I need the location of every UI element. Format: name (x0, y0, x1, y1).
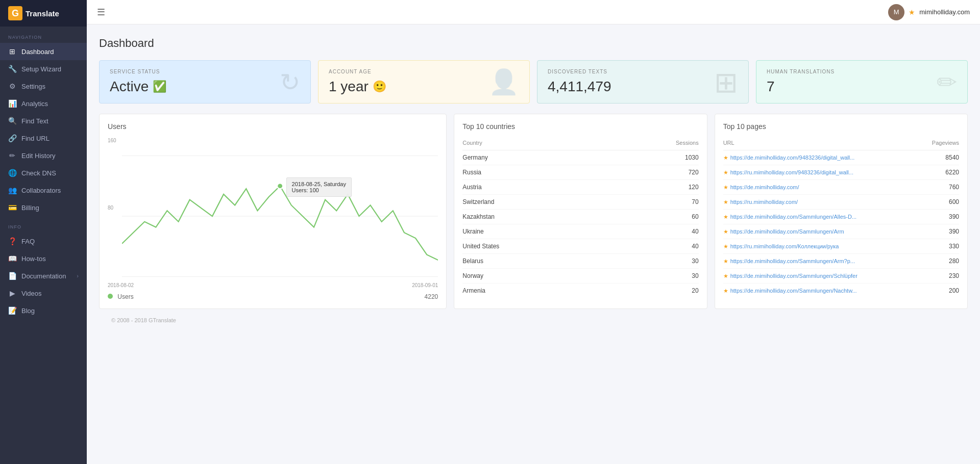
stat-value-human-translations: 7 (767, 79, 957, 95)
sessions-value: 30 (608, 269, 699, 283)
table-row: ★https://de.mimiholliday.com/Sammlungen/… (723, 254, 959, 269)
tooltip-value: Users: 100 (292, 187, 346, 193)
stat-label-discovered-texts: DISCOVERED TEXTS (548, 69, 738, 74)
country-name: Belarus (462, 254, 608, 269)
star-icon: ★ (723, 228, 728, 235)
collaborators-icon: 👥 (8, 186, 16, 194)
col-header-country: Country (462, 138, 608, 150)
col-header-pageviews: Pageviews (919, 138, 959, 150)
table-row: ★https://de.mimiholliday.com/Sammlungen/… (723, 283, 959, 298)
nav-item-videos[interactable]: ▶ Videos (0, 285, 87, 302)
page-url: ★https://de.mimiholliday.com/Sammlungen/… (723, 224, 920, 239)
check-dns-icon: 🌐 (8, 169, 16, 177)
nav-section-label: NAVIGATION (0, 27, 87, 43)
legend-value: 4220 (425, 293, 438, 300)
url-link[interactable]: https://de.mimiholliday.com/9483236/digi… (730, 154, 855, 161)
menu-toggle-button[interactable]: ☰ (97, 7, 105, 18)
url-link[interactable]: https://de.mimiholliday.com/Sammlungen/S… (730, 273, 857, 279)
nav-label-faq: FAQ (21, 238, 35, 245)
nav-label-analytics: Analytics (21, 100, 48, 108)
nav-label-collaborators: Collaborators (21, 187, 61, 194)
nav-item-faq[interactable]: ❓ FAQ (0, 233, 87, 250)
nav-item-collaborators[interactable]: 👥 Collaborators (0, 182, 87, 199)
table-row: Kazakhstan60 (462, 210, 698, 224)
url-link[interactable]: https://de.mimiholliday.com/Sammlungen/A… (730, 214, 856, 220)
legend-label: Users (117, 293, 133, 300)
stat-value-discovered-texts: 4,411,479 (548, 79, 738, 95)
nav-item-blog[interactable]: 📝 Blog (0, 302, 87, 319)
url-link[interactable]: https://ru.mimiholliday.com/ (730, 199, 798, 205)
url-link[interactable]: https://ru.mimiholliday.com/9483236/digi… (730, 169, 853, 175)
nav-item-edit-history[interactable]: ✏ Edit History (0, 147, 87, 164)
nav-item-find-url[interactable]: 🔗 Find URL (0, 130, 87, 147)
url-link[interactable]: https://de.mimiholliday.com/Sammlungen/N… (730, 288, 857, 294)
sessions-value: 30 (608, 254, 699, 269)
nav-item-how-tos[interactable]: 📖 How-tos (0, 250, 87, 267)
table-row: ★https://de.mimiholliday.com/Sammlungen/… (723, 224, 959, 239)
star-icon: ★ (723, 288, 728, 294)
pageviews-value: 760 (919, 180, 959, 195)
star-icon: ★ (723, 214, 728, 220)
url-link[interactable]: https://de.mimiholliday.com/Sammlungen/A… (730, 258, 855, 264)
nav-item-settings[interactable]: ⚙ Settings (0, 78, 87, 95)
table-row: ★https://ru.mimiholliday.com/600 (723, 195, 959, 210)
pageviews-value: 8540 (919, 150, 959, 165)
country-name: Ukraine (462, 224, 608, 239)
pageviews-value: 390 (919, 210, 959, 224)
country-name: Kazakhstan (462, 210, 608, 224)
users-chart-title: Users (108, 122, 438, 131)
user-name: mimiholliday.com (919, 8, 970, 16)
nav-item-find-text[interactable]: 🔍 Find Text (0, 112, 87, 130)
chart-tooltip: 2018-08-25, Saturday Users: 100 (286, 177, 352, 197)
nav-label-videos: Videos (21, 290, 42, 297)
faq-icon: ❓ (8, 237, 16, 245)
nav-label-blog: Blog (21, 307, 35, 315)
sessions-value: 720 (608, 165, 699, 180)
url-link[interactable]: https://de.mimiholliday.com/Sammlungen/A… (730, 228, 844, 235)
url-link[interactable]: https://ru.mimiholliday.com/Коллекции/ру… (730, 243, 839, 249)
check-circle-icon: ✅ (153, 80, 166, 93)
page-url: ★https://de.mimiholliday.com/Sammlungen/… (723, 283, 920, 298)
table-row: ★https://de.mimiholliday.com/Sammlungen/… (723, 269, 959, 283)
table-row: ★https://ru.mimiholliday.com/9483236/dig… (723, 165, 959, 180)
page-url: ★https://de.mimiholliday.com/ (723, 180, 920, 195)
documentation-arrow-icon: › (77, 273, 79, 279)
pageviews-value: 390 (919, 224, 959, 239)
sidebar: G Translate NAVIGATION ⊞ Dashboard 🔧 Set… (0, 0, 87, 464)
info-section-label: INFO (0, 216, 87, 233)
url-link[interactable]: https://de.mimiholliday.com/ (730, 184, 799, 190)
country-name: Armenia (462, 283, 608, 298)
table-row: Norway30 (462, 269, 698, 283)
users-chart-card: Users 160 80 2018-08-2 (99, 114, 447, 309)
nav-label-setup-wizard: Setup Wizard (21, 65, 61, 73)
country-name: Russia (462, 165, 608, 180)
pageviews-value: 330 (919, 239, 959, 254)
stat-card-discovered-texts: DISCOVERED TEXTS 4,411,479 ⊞ (537, 60, 749, 104)
country-name: Norway (462, 269, 608, 283)
nav-item-setup-wizard[interactable]: 🔧 Setup Wizard (0, 60, 87, 78)
nav-label-documentation: Documentation (21, 272, 66, 280)
topbar-right: M ★ mimiholliday.com (888, 4, 970, 20)
stat-bg-icon-service: ↻ (280, 68, 300, 96)
smile-icon: 🙂 (373, 80, 386, 93)
pageviews-value: 200 (919, 283, 959, 298)
sessions-value: 20 (608, 283, 699, 298)
legend-dot-icon (108, 294, 113, 299)
nav-item-analytics[interactable]: 📊 Analytics (0, 95, 87, 112)
dashboard-icon: ⊞ (8, 47, 16, 56)
table-row: United States40 (462, 239, 698, 254)
pageviews-value: 280 (919, 254, 959, 269)
svg-point-3 (277, 183, 283, 189)
nav-label-find-text: Find Text (21, 117, 48, 125)
how-tos-icon: 📖 (8, 254, 16, 263)
stat-label-service-status: SERVICE STATUS (110, 69, 300, 74)
pageviews-value: 230 (919, 269, 959, 283)
nav-item-documentation[interactable]: 📄 Documentation › (0, 267, 87, 285)
avatar: M (888, 4, 904, 20)
nav-item-dashboard[interactable]: ⊞ Dashboard (0, 43, 87, 60)
stat-bg-icon-translations: ✏ (937, 68, 957, 96)
stat-card-human-translations: HUMAN TRANSLATIONS 7 ✏ (756, 60, 968, 104)
nav-item-billing[interactable]: 💳 Billing (0, 199, 87, 216)
nav-item-check-dns[interactable]: 🌐 Check DNS (0, 164, 87, 182)
star-icon: ★ (723, 184, 728, 190)
